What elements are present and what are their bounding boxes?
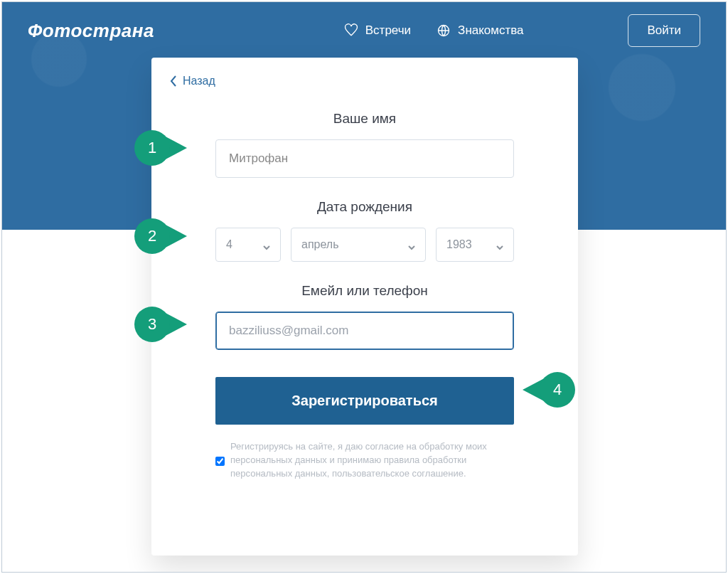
dob-month-select[interactable]: апрель (291, 228, 426, 262)
submit-button[interactable]: Зарегистрироваться (215, 377, 514, 425)
nav-dating-label: Знакомства (458, 23, 523, 38)
login-button[interactable]: Войти (628, 14, 700, 47)
globe-icon (437, 23, 451, 38)
consent-checkbox[interactable] (215, 442, 225, 481)
top-bar: Фотострана Встречи Знакомства Войти (2, 2, 726, 59)
nav-meet[interactable]: Встречи (344, 23, 411, 38)
annotation-marker-2: 2 (134, 218, 196, 254)
dob-day-select[interactable]: 4 (215, 228, 281, 262)
caret-down-icon (263, 241, 270, 248)
consent-text: Регистрируясь на сайте, я даю согласие н… (230, 440, 514, 481)
annotation-number: 3 (134, 307, 170, 342)
back-label: Назад (183, 75, 215, 87)
back-link[interactable]: Назад (170, 75, 215, 87)
annotation-marker-4: 4 (514, 372, 575, 408)
nav-dating[interactable]: Знакомства (437, 23, 523, 38)
heart-icon (344, 23, 358, 38)
annotation-number: 2 (134, 218, 170, 254)
email-label: Емейл или телефон (191, 283, 538, 299)
name-label: Ваше имя (191, 111, 538, 127)
caret-down-icon (496, 241, 503, 248)
dob-month-value: апрель (301, 238, 339, 251)
top-nav: Встречи Знакомства (344, 23, 524, 38)
dob-year-select[interactable]: 1983 (436, 228, 514, 262)
dob-year-value: 1983 (446, 238, 472, 251)
name-input[interactable] (215, 139, 514, 178)
caret-down-icon (408, 241, 415, 248)
dob-row: 4 апрель 1983 (215, 228, 514, 262)
dob-day-value: 4 (226, 238, 232, 251)
email-input[interactable] (215, 312, 514, 350)
signup-card: Назад Ваше имя Дата рождения 4 апрель 19… (151, 58, 578, 556)
annotation-number: 1 (134, 130, 170, 166)
dob-label: Дата рождения (191, 199, 538, 215)
consent-row: Регистрируясь на сайте, я даю согласие н… (215, 440, 514, 481)
viewport: Фотострана Встречи Знакомства Войти Наза… (1, 1, 727, 573)
annotation-marker-1: 1 (134, 130, 196, 166)
nav-meet-label: Встречи (365, 23, 411, 38)
brand-logo[interactable]: Фотострана (28, 20, 154, 42)
annotation-number: 4 (540, 372, 575, 408)
chevron-left-icon (170, 75, 177, 87)
annotation-marker-3: 3 (134, 307, 196, 342)
